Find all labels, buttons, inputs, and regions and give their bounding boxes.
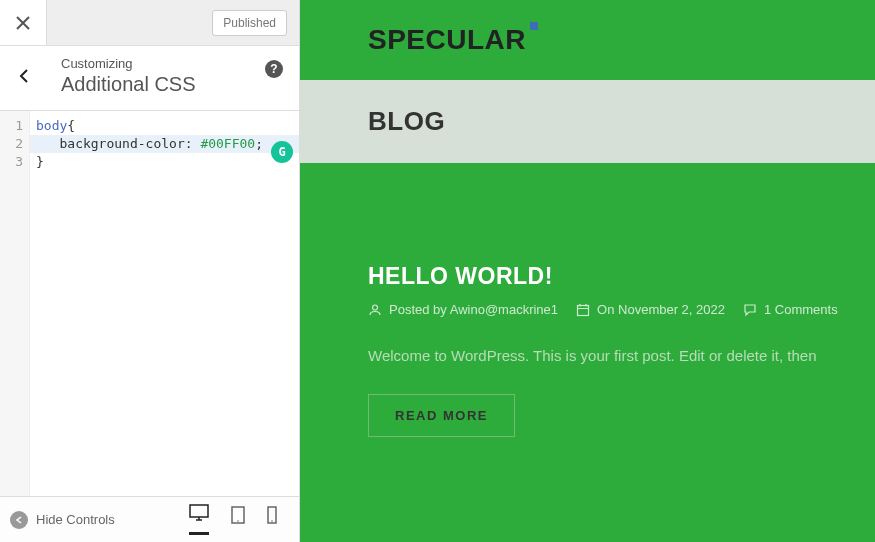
code-line: body{ <box>36 117 293 135</box>
meta-author-text: Posted by Awino@mackrine1 <box>389 302 558 317</box>
panel-title: Additional CSS <box>61 73 265 96</box>
page-title: BLOG <box>368 106 445 136</box>
customizer-bottom-bar: Hide Controls <box>0 496 299 542</box>
back-button[interactable] <box>0 68 47 84</box>
calendar-icon <box>576 303 590 317</box>
svg-rect-6 <box>578 305 589 315</box>
collapse-icon <box>10 511 28 529</box>
tablet-icon <box>231 506 245 524</box>
meta-author: Posted by Awino@mackrine1 <box>368 302 558 317</box>
desktop-icon <box>189 504 209 522</box>
chevron-left-icon <box>19 68 29 84</box>
mobile-preview-button[interactable] <box>267 506 277 534</box>
post-meta: Posted by Awino@mackrine1 On November 2,… <box>368 302 875 317</box>
panel-titles: Customizing Additional CSS <box>47 56 265 96</box>
meta-comments[interactable]: 1 Comments <box>743 302 838 317</box>
code-content[interactable]: body{ background-color: #00FF00; } G <box>30 111 299 496</box>
site-preview[interactable]: SPECULAR BLOG HELLO WORLD! Posted by Awi… <box>300 0 875 542</box>
svg-point-5 <box>373 305 378 310</box>
page-title-bar: BLOG <box>300 80 875 163</box>
hide-controls-label: Hide Controls <box>36 512 115 527</box>
published-button[interactable]: Published <box>212 10 287 36</box>
user-icon <box>368 303 382 317</box>
grammarly-icon[interactable]: G <box>271 141 293 163</box>
panel-header: Customizing Additional CSS ? <box>0 46 299 111</box>
customizer-top-bar: Published <box>0 0 299 46</box>
css-editor[interactable]: 1 2 3 body{ background-color: #00FF00; }… <box>0 111 299 496</box>
svg-point-4 <box>271 520 273 522</box>
site-header: SPECULAR <box>300 0 875 80</box>
line-gutter: 1 2 3 <box>0 111 30 496</box>
post-title[interactable]: HELLO WORLD! <box>368 263 875 290</box>
site-title-text: SPECULAR <box>368 24 526 55</box>
post: HELLO WORLD! Posted by Awino@mackrine1 O… <box>300 163 875 437</box>
comment-icon <box>743 303 757 317</box>
svg-rect-0 <box>190 505 208 517</box>
meta-date-text: On November 2, 2022 <box>597 302 725 317</box>
tablet-preview-button[interactable] <box>231 506 245 534</box>
svg-point-2 <box>237 520 239 522</box>
top-bar-actions: Published <box>47 0 299 45</box>
close-icon <box>16 16 30 30</box>
line-number: 2 <box>0 135 23 153</box>
edit-shortcut-icon[interactable] <box>530 22 538 30</box>
help-icon[interactable]: ? <box>265 60 283 78</box>
meta-comments-text: 1 Comments <box>764 302 838 317</box>
line-number: 3 <box>0 153 23 171</box>
desktop-preview-button[interactable] <box>189 504 209 535</box>
customizer-sidebar: Published Customizing Additional CSS ? 1… <box>0 0 300 542</box>
close-button[interactable] <box>0 0 47 46</box>
code-line: background-color: #00FF00; <box>30 135 299 153</box>
code-line: } <box>36 153 293 171</box>
hide-controls-button[interactable]: Hide Controls <box>10 511 115 529</box>
mobile-icon <box>267 506 277 524</box>
meta-date: On November 2, 2022 <box>576 302 725 317</box>
device-preview-switcher <box>189 504 289 535</box>
line-number: 1 <box>0 117 23 135</box>
site-title[interactable]: SPECULAR <box>368 24 526 56</box>
customizing-label: Customizing <box>61 56 265 71</box>
read-more-button[interactable]: READ MORE <box>368 394 515 437</box>
post-excerpt: Welcome to WordPress. This is your first… <box>368 347 875 364</box>
